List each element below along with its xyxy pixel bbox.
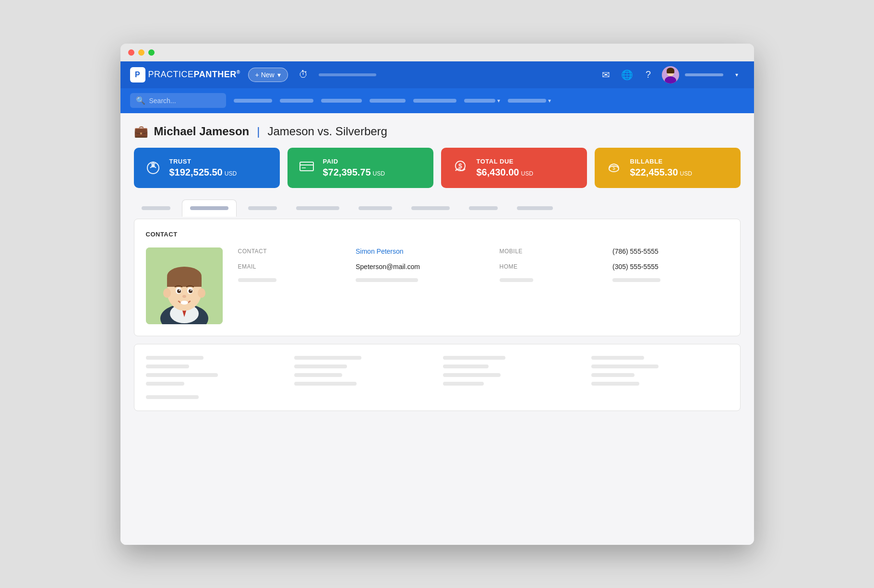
svg-rect-8 [300,162,313,171]
skeleton-r4c1 [146,382,184,386]
nav-tab-more-pill [464,99,495,103]
tab-1[interactable] [134,200,178,217]
nav-tab-1[interactable] [234,99,272,103]
stat-card-trust[interactable]: TRUST $192,525.50USD [134,148,280,188]
contact-card: CONTACT [134,219,741,336]
paid-label: PAID [323,158,385,165]
svg-point-31 [182,295,186,298]
logo-tm: ® [237,70,240,75]
user-avatar[interactable] [662,66,679,83]
logo-text: PRACTICEPANTHER® [148,70,240,80]
contact-value-contact[interactable]: Simon Peterson [356,247,488,255]
tab-8[interactable] [509,200,561,217]
skeleton-r1c2 [294,356,361,360]
paid-icon [297,156,316,179]
new-button-label: + New [255,71,275,79]
stat-card-billable[interactable]: $ BILLABLE $22,455.30USD [595,148,741,188]
tab-6-label [411,206,450,210]
trust-icon [144,156,163,179]
skeleton-r3c4 [591,373,635,377]
svg-point-23 [163,288,171,298]
skeleton-label-1 [238,278,276,282]
skeleton-r4c2 [294,382,357,386]
nav-right: ✉ 🌐 ? ▾ [599,66,744,83]
stat-card-paid[interactable]: PAID $72,395.75USD [287,148,433,188]
search-input[interactable] [149,97,216,105]
total-due-info: TOTAL DUE $6,430.00USD [477,158,533,178]
browser-window: P PRACTICEPANTHER® + New ▾ ⏱ ✉ 🌐 ? [120,44,754,545]
skeleton-r4c3 [443,382,484,386]
nav-more-chevron: ▾ [497,97,500,104]
search-bar: 🔍 ▾ ▾ [120,88,754,113]
paid-amount: $72,395.75USD [323,167,385,178]
bottom-card [134,344,741,411]
tab-7-label [469,206,498,210]
svg-rect-5 [667,71,674,73]
contact-avatar [146,247,223,324]
contact-fields: CONTACT Simon Peterson MOBILE (786) 555-… [238,247,729,282]
nav-tab-5[interactable] [413,99,456,103]
skeleton-r1c4 [591,356,644,360]
history-icon[interactable]: ⏱ [296,67,311,82]
new-button[interactable]: + New ▾ [248,68,288,82]
tab-5-label [359,206,392,210]
nav-tab-extra[interactable]: ▾ [508,97,551,104]
tab-2-label [190,206,228,210]
skeleton-col-2 [294,356,431,399]
total-due-label: TOTAL DUE [477,158,533,165]
globe-icon[interactable]: 🌐 [620,67,635,82]
svg-point-29 [179,289,180,291]
trust-label: TRUST [169,158,237,165]
skeleton-col-4 [591,356,729,399]
tab-4[interactable] [288,200,347,217]
paid-info: PAID $72,395.75USD [323,158,385,178]
nav-tab-more[interactable]: ▾ [464,97,500,104]
page-header: 💼 Michael Jameson | Jameson vs. Silverbe… [134,125,741,138]
tab-2-active[interactable] [182,200,237,217]
search-input-wrapper: 🔍 [130,93,226,108]
svg-text:$: $ [612,165,615,171]
contact-value-home: (305) 555-5555 [612,263,729,270]
billable-icon: $ [604,156,623,179]
user-dropdown-chevron[interactable]: ▾ [729,67,744,82]
skeleton-r5c1 [146,395,199,399]
tab-7[interactable] [461,200,505,217]
svg-point-24 [198,288,205,298]
skeleton-r2c2 [294,365,347,368]
nav-tab-4[interactable] [370,99,406,103]
top-navigation: P PRACTICEPANTHER® + New ▾ ⏱ ✉ 🌐 ? [120,61,754,88]
tabs-row [134,200,741,217]
svg-rect-22 [167,277,202,287]
minimize-button[interactable] [138,49,144,56]
logo: P PRACTICEPANTHER® [130,67,240,82]
tab-4-label [296,206,339,210]
close-button[interactable] [128,49,134,56]
stat-card-total-due[interactable]: $ TOTAL DUE $6,430.00USD [441,148,587,188]
maximize-button[interactable] [148,49,155,56]
search-icon: 🔍 [136,96,145,105]
skeleton-r4c4 [591,382,639,386]
tab-3[interactable] [240,200,285,217]
nav-tab-3[interactable] [321,99,362,103]
contact-section: CONTACT Simon Peterson MOBILE (786) 555-… [146,247,729,324]
skeleton-r2c4 [591,365,658,368]
tab-5[interactable] [351,200,400,217]
new-button-chevron: ▾ [277,71,281,79]
svg-point-32 [180,301,188,305]
nav-tab-2[interactable] [280,99,313,103]
logo-practice: PRACTICE [148,70,194,79]
skeleton-r3c3 [443,373,501,377]
contact-label-contact: CONTACT [238,248,344,255]
contact-label-email: EMAIL [238,263,344,270]
skeleton-r1c3 [443,356,505,360]
mail-icon[interactable]: ✉ [599,67,614,82]
title-divider: | [257,125,260,138]
tab-6[interactable] [404,200,457,217]
page-content: 💼 Michael Jameson | Jameson vs. Silverbe… [120,113,754,545]
skeleton-r1c1 [146,356,204,360]
skeleton-r3c1 [146,373,218,377]
billable-info: BILLABLE $22,455.30USD [630,158,692,178]
nav-search-bar [319,73,376,76]
skeleton-grid [146,356,729,399]
help-icon[interactable]: ? [641,67,656,82]
